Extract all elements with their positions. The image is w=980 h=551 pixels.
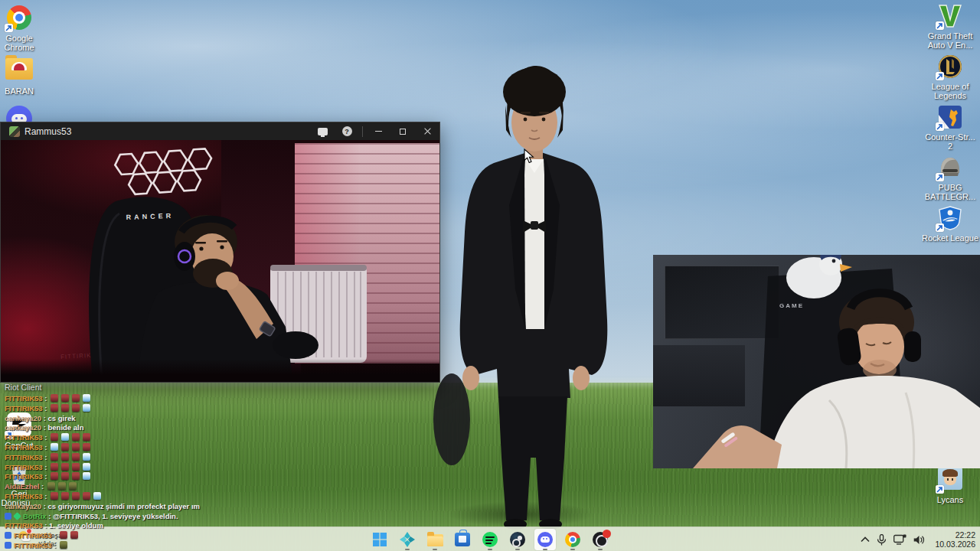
notification-badge: [26, 528, 32, 534]
shortcut-arrow-icon: [936, 223, 944, 232]
notification-badge: [603, 530, 611, 538]
desktop-icon-pubg[interactable]: PUBG BATTLEGR...: [922, 155, 978, 201]
gta-v-icon: [936, 3, 964, 29]
titlebar-separator: [362, 126, 363, 137]
system-tray: 22:22 10.03.2026: [861, 527, 975, 551]
window-app-icon: [9, 126, 20, 137]
shortcut-arrow-icon: [5, 24, 13, 32]
desktop-icon-counter-strike-2[interactable]: Counter-Str... 2: [922, 104, 978, 151]
desktop-icon-baran-folder[interactable]: BARAN: [0, 55, 47, 96]
folder-icon: [5, 58, 33, 84]
help-button[interactable]: ?: [335, 122, 359, 140]
windows-icon: [373, 533, 387, 546]
rammus-window: Rammus53 ?: [0, 122, 440, 383]
shortcut-arrow-icon: [936, 122, 944, 131]
desktop-icon-label: Counter-Str... 2: [922, 132, 978, 151]
taskbar-center: [369, 527, 611, 551]
microsoft-store-icon: [455, 533, 470, 546]
chrome-icon: [5, 5, 33, 31]
shortcut-arrow-icon: [936, 72, 944, 80]
desktop-icon-recycle-bin[interactable]: Geri Dönüşü...: [0, 461, 47, 507]
window-title: Rammus53: [24, 126, 310, 137]
desktop-icon-label: Lycans: [922, 495, 978, 504]
taskbar-item-spotify[interactable]: [479, 529, 501, 550]
taskbar-item-discord[interactable]: [534, 529, 556, 550]
microphone-icon[interactable]: [877, 534, 887, 546]
league-of-legends-icon: [936, 54, 964, 80]
webcam-person: [653, 255, 980, 468]
desktop-icon-label: Geri Dönüşü...: [0, 489, 47, 507]
recycle-bin-icon: [5, 461, 33, 487]
shortcut-arrow-icon: [936, 21, 944, 30]
start-button[interactable]: [369, 529, 390, 550]
taskbar-item-obs-studio[interactable]: [590, 529, 611, 550]
taskbar-clock[interactable]: 22:22 10.03.2026: [932, 530, 975, 549]
shortcut-arrow-icon: [936, 173, 944, 181]
wallpaper-engine-icon: [400, 532, 415, 547]
desktop-icon-label: Grand Theft Auto V En...: [922, 31, 978, 50]
pubg-icon: [936, 155, 964, 181]
minimize-button[interactable]: [366, 122, 390, 140]
capcut-icon: [5, 412, 33, 439]
desktop-icon-label: Google Chrome: [0, 34, 47, 52]
desktop: Google Chrome BARAN CapCut Geri Dönüşü..…: [0, 0, 980, 551]
room-floor: [1, 359, 439, 382]
desktop-icon-league-of-legends[interactable]: League of Legends: [922, 54, 978, 100]
streamer-video: RANCER FITTIRIK: [1, 140, 439, 382]
desktop-icon-label: Rocket League: [922, 233, 978, 243]
taskbar-item-microsoft-store[interactable]: [452, 529, 473, 550]
desktop-icon-gta-v[interactable]: Grand Theft Auto V En...: [922, 3, 978, 50]
weather-icon: [18, 530, 31, 542]
maximize-icon: [400, 129, 406, 135]
display-capture-icon: [318, 128, 328, 135]
taskbar-item-wallpaper-engine[interactable]: [397, 529, 418, 550]
close-button[interactable]: [415, 122, 439, 140]
tray-chevron-button[interactable]: [861, 536, 870, 543]
widgets-text: Yaklaşan Kârlar: [38, 528, 66, 549]
file-explorer-icon: [427, 534, 443, 546]
widgets-button[interactable]: Yaklaşan Kârlar: [18, 528, 66, 549]
webcam-overlay: GAME: [653, 255, 980, 468]
taskbar-item-file-explorer[interactable]: [424, 529, 446, 550]
desktop-icon-rocket-league[interactable]: Rocket League: [922, 205, 978, 243]
counter-strike-2-icon: [936, 104, 964, 130]
shortcut-arrow-icon: [5, 431, 13, 439]
webcam-chair-text: GAME: [779, 302, 804, 309]
chrome-icon: [565, 532, 580, 547]
obs-studio-icon: [593, 532, 608, 547]
desktop-icon-label: CapCut: [0, 441, 47, 450]
discord-icon: [537, 532, 553, 547]
speaker-icon[interactable]: [913, 535, 925, 545]
desktop-icon-capcut[interactable]: CapCut: [0, 412, 47, 450]
spotify-icon: [482, 532, 498, 547]
desktop-icon-google-chrome[interactable]: Google Chrome: [0, 5, 47, 52]
minimize-icon: [375, 131, 382, 132]
taskbar: Yaklaşan Kârlar: [0, 527, 980, 551]
help-icon: ?: [342, 126, 352, 136]
close-icon: [423, 127, 432, 135]
desktop-icon-lycans[interactable]: Lycans: [922, 465, 978, 504]
clock-time: 22:22: [935, 530, 975, 540]
taskbar-item-steam[interactable]: [507, 529, 528, 550]
display-network-icon[interactable]: [893, 534, 906, 545]
rocket-league-icon: [936, 205, 964, 231]
shortcut-arrow-icon: [936, 485, 944, 494]
mouse-cursor: [524, 148, 534, 164]
steam-icon: [510, 532, 525, 547]
display-capture-button[interactable]: [310, 122, 335, 140]
window-titlebar[interactable]: Rammus53 ?: [1, 122, 439, 140]
desktop-icon-label: League of Legends: [922, 82, 978, 100]
taskbar-item-chrome[interactable]: [562, 529, 583, 550]
desktop-icon-label: BARAN: [0, 86, 47, 96]
standing-person: [417, 60, 609, 534]
maximize-button[interactable]: [390, 122, 415, 140]
clock-date: 10.03.2026: [935, 540, 975, 549]
streamer-scene: [1, 140, 439, 382]
desktop-icon-label: PUBG BATTLEGR...: [922, 183, 978, 201]
lycans-icon: [936, 467, 964, 493]
